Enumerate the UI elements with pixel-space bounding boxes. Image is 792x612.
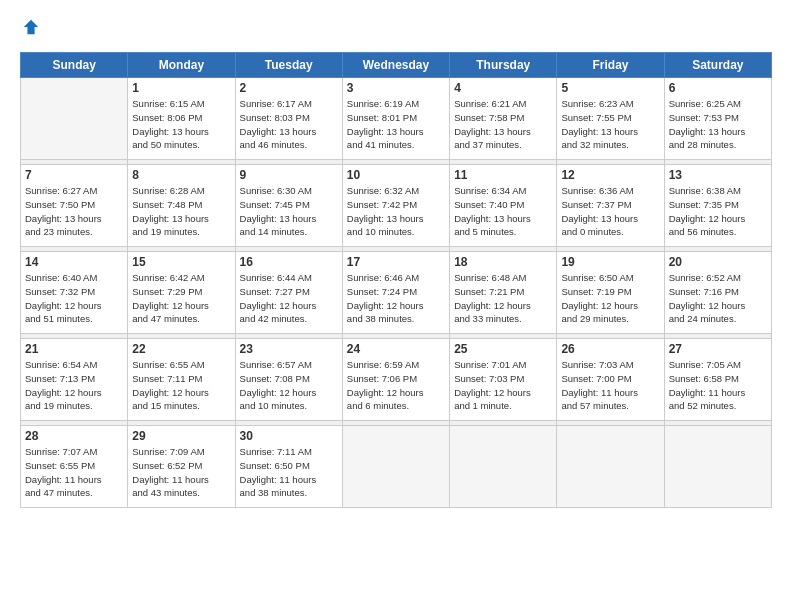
day-cell: 2Sunrise: 6:17 AM Sunset: 8:03 PM Daylig… xyxy=(235,78,342,160)
day-info: Sunrise: 6:54 AM Sunset: 7:13 PM Dayligh… xyxy=(25,358,123,413)
day-cell: 19Sunrise: 6:50 AM Sunset: 7:19 PM Dayli… xyxy=(557,252,664,334)
day-cell: 24Sunrise: 6:59 AM Sunset: 7:06 PM Dayli… xyxy=(342,339,449,421)
day-number: 12 xyxy=(561,168,659,182)
day-info: Sunrise: 7:07 AM Sunset: 6:55 PM Dayligh… xyxy=(25,445,123,500)
day-info: Sunrise: 6:59 AM Sunset: 7:06 PM Dayligh… xyxy=(347,358,445,413)
week-row-4: 21Sunrise: 6:54 AM Sunset: 7:13 PM Dayli… xyxy=(21,339,772,421)
weekday-thursday: Thursday xyxy=(450,53,557,78)
weekday-monday: Monday xyxy=(128,53,235,78)
day-info: Sunrise: 6:30 AM Sunset: 7:45 PM Dayligh… xyxy=(240,184,338,239)
day-number: 29 xyxy=(132,429,230,443)
day-number: 19 xyxy=(561,255,659,269)
day-info: Sunrise: 6:23 AM Sunset: 7:55 PM Dayligh… xyxy=(561,97,659,152)
day-info: Sunrise: 6:15 AM Sunset: 8:06 PM Dayligh… xyxy=(132,97,230,152)
day-cell: 10Sunrise: 6:32 AM Sunset: 7:42 PM Dayli… xyxy=(342,165,449,247)
day-cell: 14Sunrise: 6:40 AM Sunset: 7:32 PM Dayli… xyxy=(21,252,128,334)
day-number: 7 xyxy=(25,168,123,182)
week-row-5: 28Sunrise: 7:07 AM Sunset: 6:55 PM Dayli… xyxy=(21,426,772,508)
day-cell: 17Sunrise: 6:46 AM Sunset: 7:24 PM Dayli… xyxy=(342,252,449,334)
weekday-wednesday: Wednesday xyxy=(342,53,449,78)
day-cell xyxy=(450,426,557,508)
day-info: Sunrise: 7:01 AM Sunset: 7:03 PM Dayligh… xyxy=(454,358,552,413)
day-info: Sunrise: 6:44 AM Sunset: 7:27 PM Dayligh… xyxy=(240,271,338,326)
day-number: 14 xyxy=(25,255,123,269)
day-number: 6 xyxy=(669,81,767,95)
week-row-3: 14Sunrise: 6:40 AM Sunset: 7:32 PM Dayli… xyxy=(21,252,772,334)
day-info: Sunrise: 6:52 AM Sunset: 7:16 PM Dayligh… xyxy=(669,271,767,326)
day-info: Sunrise: 6:17 AM Sunset: 8:03 PM Dayligh… xyxy=(240,97,338,152)
week-row-2: 7Sunrise: 6:27 AM Sunset: 7:50 PM Daylig… xyxy=(21,165,772,247)
day-cell: 28Sunrise: 7:07 AM Sunset: 6:55 PM Dayli… xyxy=(21,426,128,508)
day-info: Sunrise: 6:50 AM Sunset: 7:19 PM Dayligh… xyxy=(561,271,659,326)
day-cell: 21Sunrise: 6:54 AM Sunset: 7:13 PM Dayli… xyxy=(21,339,128,421)
day-number: 17 xyxy=(347,255,445,269)
day-number: 25 xyxy=(454,342,552,356)
day-info: Sunrise: 6:34 AM Sunset: 7:40 PM Dayligh… xyxy=(454,184,552,239)
weekday-tuesday: Tuesday xyxy=(235,53,342,78)
day-info: Sunrise: 6:40 AM Sunset: 7:32 PM Dayligh… xyxy=(25,271,123,326)
day-cell: 30Sunrise: 7:11 AM Sunset: 6:50 PM Dayli… xyxy=(235,426,342,508)
header xyxy=(20,18,772,40)
logo-icon xyxy=(22,18,40,36)
day-cell: 12Sunrise: 6:36 AM Sunset: 7:37 PM Dayli… xyxy=(557,165,664,247)
day-info: Sunrise: 6:28 AM Sunset: 7:48 PM Dayligh… xyxy=(132,184,230,239)
day-info: Sunrise: 6:46 AM Sunset: 7:24 PM Dayligh… xyxy=(347,271,445,326)
day-cell: 15Sunrise: 6:42 AM Sunset: 7:29 PM Dayli… xyxy=(128,252,235,334)
day-cell xyxy=(21,78,128,160)
day-info: Sunrise: 6:21 AM Sunset: 7:58 PM Dayligh… xyxy=(454,97,552,152)
day-cell: 5Sunrise: 6:23 AM Sunset: 7:55 PM Daylig… xyxy=(557,78,664,160)
day-cell: 29Sunrise: 7:09 AM Sunset: 6:52 PM Dayli… xyxy=(128,426,235,508)
weekday-header: SundayMondayTuesdayWednesdayThursdayFrid… xyxy=(21,53,772,78)
day-number: 27 xyxy=(669,342,767,356)
day-number: 20 xyxy=(669,255,767,269)
day-number: 15 xyxy=(132,255,230,269)
day-info: Sunrise: 7:05 AM Sunset: 6:58 PM Dayligh… xyxy=(669,358,767,413)
day-info: Sunrise: 6:36 AM Sunset: 7:37 PM Dayligh… xyxy=(561,184,659,239)
day-number: 3 xyxy=(347,81,445,95)
calendar: SundayMondayTuesdayWednesdayThursdayFrid… xyxy=(20,52,772,508)
day-cell: 8Sunrise: 6:28 AM Sunset: 7:48 PM Daylig… xyxy=(128,165,235,247)
day-cell: 1Sunrise: 6:15 AM Sunset: 8:06 PM Daylig… xyxy=(128,78,235,160)
day-number: 23 xyxy=(240,342,338,356)
day-info: Sunrise: 6:27 AM Sunset: 7:50 PM Dayligh… xyxy=(25,184,123,239)
day-number: 4 xyxy=(454,81,552,95)
day-info: Sunrise: 6:25 AM Sunset: 7:53 PM Dayligh… xyxy=(669,97,767,152)
day-number: 13 xyxy=(669,168,767,182)
day-cell: 4Sunrise: 6:21 AM Sunset: 7:58 PM Daylig… xyxy=(450,78,557,160)
week-row-1: 1Sunrise: 6:15 AM Sunset: 8:06 PM Daylig… xyxy=(21,78,772,160)
day-number: 2 xyxy=(240,81,338,95)
day-number: 24 xyxy=(347,342,445,356)
day-info: Sunrise: 6:19 AM Sunset: 8:01 PM Dayligh… xyxy=(347,97,445,152)
weekday-sunday: Sunday xyxy=(21,53,128,78)
day-info: Sunrise: 7:09 AM Sunset: 6:52 PM Dayligh… xyxy=(132,445,230,500)
day-number: 26 xyxy=(561,342,659,356)
day-number: 5 xyxy=(561,81,659,95)
weekday-friday: Friday xyxy=(557,53,664,78)
weekday-saturday: Saturday xyxy=(664,53,771,78)
day-number: 1 xyxy=(132,81,230,95)
day-info: Sunrise: 6:42 AM Sunset: 7:29 PM Dayligh… xyxy=(132,271,230,326)
day-cell: 20Sunrise: 6:52 AM Sunset: 7:16 PM Dayli… xyxy=(664,252,771,334)
day-cell: 3Sunrise: 6:19 AM Sunset: 8:01 PM Daylig… xyxy=(342,78,449,160)
day-cell xyxy=(342,426,449,508)
day-info: Sunrise: 6:32 AM Sunset: 7:42 PM Dayligh… xyxy=(347,184,445,239)
day-info: Sunrise: 6:57 AM Sunset: 7:08 PM Dayligh… xyxy=(240,358,338,413)
day-number: 21 xyxy=(25,342,123,356)
day-info: Sunrise: 6:48 AM Sunset: 7:21 PM Dayligh… xyxy=(454,271,552,326)
svg-marker-0 xyxy=(24,20,38,34)
day-cell: 18Sunrise: 6:48 AM Sunset: 7:21 PM Dayli… xyxy=(450,252,557,334)
logo xyxy=(20,18,40,40)
day-cell: 16Sunrise: 6:44 AM Sunset: 7:27 PM Dayli… xyxy=(235,252,342,334)
day-cell: 7Sunrise: 6:27 AM Sunset: 7:50 PM Daylig… xyxy=(21,165,128,247)
day-info: Sunrise: 6:38 AM Sunset: 7:35 PM Dayligh… xyxy=(669,184,767,239)
day-cell xyxy=(664,426,771,508)
day-cell: 13Sunrise: 6:38 AM Sunset: 7:35 PM Dayli… xyxy=(664,165,771,247)
day-number: 9 xyxy=(240,168,338,182)
day-number: 10 xyxy=(347,168,445,182)
day-number: 22 xyxy=(132,342,230,356)
day-number: 16 xyxy=(240,255,338,269)
day-cell xyxy=(557,426,664,508)
day-number: 11 xyxy=(454,168,552,182)
day-info: Sunrise: 7:03 AM Sunset: 7:00 PM Dayligh… xyxy=(561,358,659,413)
day-cell: 27Sunrise: 7:05 AM Sunset: 6:58 PM Dayli… xyxy=(664,339,771,421)
